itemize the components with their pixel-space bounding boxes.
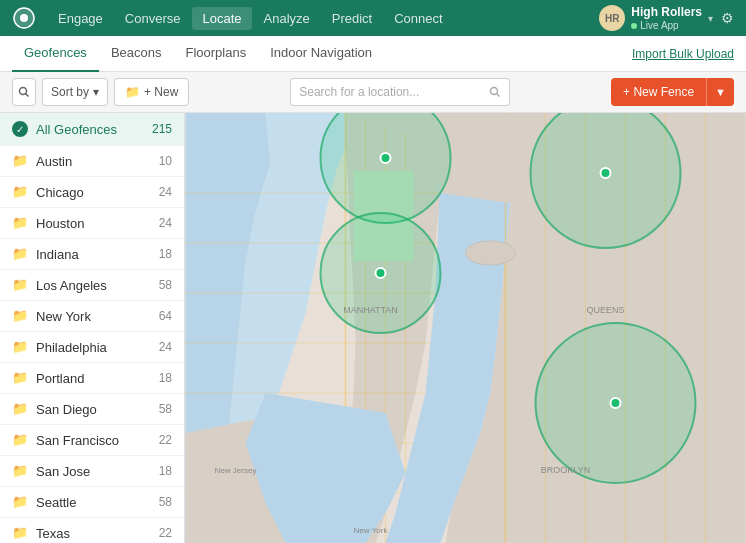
map-view[interactable]: MANHATTAN QUEENS BROOKLYN New York New J… [185, 113, 746, 543]
sidebar-item-label: Chicago [36, 185, 159, 200]
sidebar-item-austin[interactable]: 📁 Austin 10 [0, 146, 184, 177]
search-icon [489, 86, 501, 98]
user-status: Live App [631, 20, 702, 31]
sidebar-item-seattle[interactable]: 📁 Seattle 58 [0, 487, 184, 518]
sidebar-item-los-angeles[interactable]: 📁 Los Angeles 58 [0, 270, 184, 301]
folder-icon: 📁 [12, 215, 28, 231]
user-info: High Rollers Live App [631, 5, 702, 32]
sidebar-item-all-geofences[interactable]: All Geofences 215 [0, 113, 184, 146]
app-logo[interactable] [12, 6, 36, 30]
nav-item-converse[interactable]: Converse [115, 7, 191, 30]
svg-point-33 [611, 398, 621, 408]
nav-items: Engage Converse Locate Analyze Predict C… [48, 7, 599, 30]
all-geofences-count: 215 [152, 122, 172, 136]
toolbar-left: Sort by ▾ 📁 + New [12, 78, 189, 106]
sidebar-item-san-francisco[interactable]: 📁 San Francisco 22 [0, 425, 184, 456]
new-fence-dropdown-button[interactable]: ▼ [706, 78, 734, 106]
sidebar-item-label: Los Angeles [36, 278, 159, 293]
tab-floorplans[interactable]: Floorplans [173, 36, 258, 72]
nav-item-analyze[interactable]: Analyze [254, 7, 320, 30]
sidebar-item-san-diego[interactable]: 📁 San Diego 58 [0, 394, 184, 425]
sidebar-item-portland[interactable]: 📁 Portland 18 [0, 363, 184, 394]
search-toggle-button[interactable] [12, 78, 36, 106]
sidebar-item-count: 18 [159, 371, 172, 385]
new-button[interactable]: 📁 + New [114, 78, 189, 106]
svg-point-30 [531, 113, 681, 248]
new-fence-button[interactable]: + New Fence [611, 78, 706, 106]
location-search-bar[interactable]: Search for a location... [290, 78, 510, 106]
folder-icon: 📁 [12, 246, 28, 262]
map-svg: MANHATTAN QUEENS BROOKLYN New York New J… [185, 113, 746, 543]
sidebar-item-count: 18 [159, 247, 172, 261]
svg-point-25 [466, 241, 516, 265]
svg-point-4 [491, 88, 498, 95]
import-bulk-upload-link[interactable]: Import Bulk Upload [632, 47, 734, 61]
tab-geofences[interactable]: Geofences [12, 36, 99, 72]
chevron-down-icon: ▾ [93, 85, 99, 99]
svg-point-2 [20, 88, 27, 95]
sidebar-item-san-jose[interactable]: 📁 San Jose 18 [0, 456, 184, 487]
svg-text:New York: New York [354, 526, 389, 535]
svg-point-27 [381, 153, 391, 163]
folder-icon: 📁 [12, 401, 28, 417]
toolbar: Sort by ▾ 📁 + New Search for a location.… [0, 72, 746, 113]
toolbar-center: Search for a location... [197, 78, 603, 106]
sidebar-item-new-york[interactable]: 📁 New York 64 [0, 301, 184, 332]
status-dot [631, 23, 637, 29]
folder-icon: 📁 [12, 308, 28, 324]
folder-icon: 📁 [12, 184, 28, 200]
folder-icon: 📁 [12, 432, 28, 448]
sidebar-item-label: Seattle [36, 495, 159, 510]
sidebar-item-label: San Diego [36, 402, 159, 417]
sidebar-item-count: 18 [159, 464, 172, 478]
sub-navigation: Geofences Beacons Floorplans Indoor Navi… [0, 36, 746, 72]
sidebar-item-label: Houston [36, 216, 159, 231]
nav-right: HR High Rollers Live App ▾ ⚙ [599, 5, 734, 32]
nav-item-engage[interactable]: Engage [48, 7, 113, 30]
svg-line-3 [26, 94, 29, 97]
tab-beacons[interactable]: Beacons [99, 36, 174, 72]
nav-item-connect[interactable]: Connect [384, 7, 452, 30]
sidebar-item-count: 24 [159, 340, 172, 354]
new-fence-wrapper: + New Fence ▼ [611, 78, 734, 106]
sidebar-item-label: Portland [36, 371, 159, 386]
svg-text:New Jersey: New Jersey [215, 466, 257, 475]
search-placeholder-text: Search for a location... [299, 85, 483, 99]
sidebar-item-count: 22 [159, 433, 172, 447]
tab-indoor-navigation[interactable]: Indoor Navigation [258, 36, 384, 72]
check-circle-icon [12, 121, 28, 137]
sidebar-item-label: Philadelphia [36, 340, 159, 355]
folder-icon: 📁 [12, 370, 28, 386]
svg-point-31 [601, 168, 611, 178]
svg-text:MANHATTAN: MANHATTAN [343, 305, 398, 315]
nav-item-locate[interactable]: Locate [192, 7, 251, 30]
svg-point-29 [376, 268, 386, 278]
sidebar-item-texas[interactable]: 📁 Texas 22 [0, 518, 184, 543]
sidebar-item-count: 64 [159, 309, 172, 323]
sidebar-item-indiana[interactable]: 📁 Indiana 18 [0, 239, 184, 270]
folder-icon: 📁 [12, 153, 28, 169]
sidebar-item-chicago[interactable]: 📁 Chicago 24 [0, 177, 184, 208]
svg-text:BROOKLYN: BROOKLYN [541, 465, 590, 475]
sidebar-item-count: 58 [159, 495, 172, 509]
nav-item-predict[interactable]: Predict [322, 7, 382, 30]
sub-nav-tabs: Geofences Beacons Floorplans Indoor Navi… [12, 36, 384, 72]
sidebar-item-label: San Jose [36, 464, 159, 479]
sidebar-item-label: Texas [36, 526, 159, 541]
all-geofences-label: All Geofences [36, 122, 152, 137]
folder-icon: 📁 [12, 525, 28, 541]
sidebar-item-philadelphia[interactable]: 📁 Philadelphia 24 [0, 332, 184, 363]
user-name: High Rollers [631, 5, 702, 21]
folder-icon: 📁 [12, 339, 28, 355]
sidebar-item-count: 10 [159, 154, 172, 168]
sidebar-item-houston[interactable]: 📁 Houston 24 [0, 208, 184, 239]
sort-by-button[interactable]: Sort by ▾ [42, 78, 108, 106]
gear-icon[interactable]: ⚙ [721, 10, 734, 26]
chevron-down-icon: ▾ [708, 13, 713, 24]
folder-icon: 📁 [12, 277, 28, 293]
user-menu[interactable]: HR High Rollers Live App ▾ [599, 5, 713, 32]
top-navigation: Engage Converse Locate Analyze Predict C… [0, 0, 746, 36]
folder-icon: 📁 [125, 85, 140, 99]
sidebar-item-label: Indiana [36, 247, 159, 262]
svg-point-1 [20, 14, 28, 22]
